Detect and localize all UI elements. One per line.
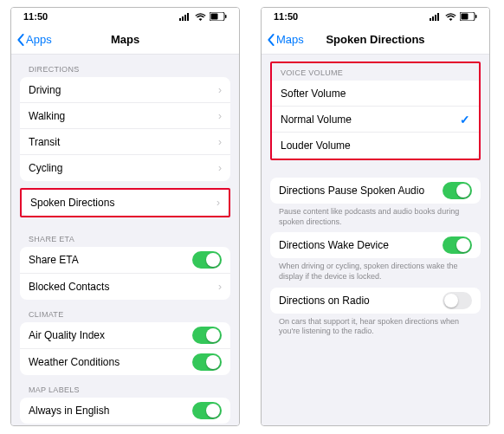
row-driving[interactable]: Driving› [20,77,230,103]
row-label: Transit [29,136,218,148]
row-pause-audio[interactable]: Directions Pause Spoken Audio [270,178,481,204]
row-weather[interactable]: Weather Conditions [20,349,230,375]
svg-rect-1 [182,16,184,21]
signal-icon [179,13,191,21]
section-header-map-labels: MAP LABELS [11,375,239,398]
toggle-weather[interactable] [192,353,222,371]
svg-rect-5 [211,14,218,20]
wifi-icon [445,13,456,21]
chevron-right-icon: › [218,281,222,293]
row-walking[interactable]: Walking› [20,103,230,129]
checkmark-icon: ✓ [460,113,470,126]
page-title: Maps [111,33,139,46]
settings-scroll[interactable]: DIRECTIONS Driving› Walking› Transit› Cy… [11,55,239,425]
svg-rect-12 [462,14,468,20]
row-normal-volume[interactable]: Normal Volume✓ [272,107,479,133]
group-share-eta: Share ETA Blocked Contacts› [20,247,230,300]
chevron-right-icon: › [216,197,220,209]
svg-rect-2 [184,15,186,21]
wifi-icon [195,13,206,21]
svg-rect-3 [187,13,189,21]
row-wake-device[interactable]: Directions Wake Device [270,232,481,258]
row-label: Share ETA [29,254,192,266]
row-label: Louder Volume [281,139,470,152]
row-label: Directions Wake Device [279,239,443,251]
row-always-english[interactable]: Always in English [20,398,230,424]
row-label: Air Quality Index [29,329,192,341]
chevron-right-icon: › [218,84,222,96]
group-radio: Directions on Radio [270,288,481,314]
row-label: Blocked Contacts [29,281,218,293]
toggle-share-eta[interactable] [192,251,222,269]
status-bar: 11:50 [262,8,489,25]
row-cycling[interactable]: Cycling› [20,155,230,181]
status-right [430,12,477,21]
row-share-eta[interactable]: Share ETA [20,247,230,274]
status-time: 11:50 [274,11,298,22]
settings-scroll[interactable]: VOICE VOLUME Softer Volume Normal Volume… [262,55,489,425]
toggle-pause-audio[interactable] [443,182,472,199]
toggle-directions-radio[interactable] [443,292,472,309]
chevron-left-icon [267,34,275,46]
row-label: Walking [29,110,218,122]
group-map-labels: Always in English [20,398,230,424]
highlight-voice-volume: VOICE VOLUME Softer Volume Normal Volume… [270,62,481,160]
footer-pause-audio: Pause content like podcasts and audio bo… [262,204,489,232]
nav-bar: Apps Maps [11,25,239,55]
svg-rect-7 [430,18,431,21]
toggle-wake-device[interactable] [443,236,472,254]
row-label: Driving [29,84,218,96]
chevron-right-icon: › [218,136,222,148]
row-louder-volume[interactable]: Louder Volume [272,133,479,159]
svg-rect-0 [179,18,181,21]
row-label: Directions on Radio [279,295,443,307]
row-label: Cycling [29,162,218,174]
row-label: Directions Pause Spoken Audio [279,185,443,197]
group-pause-audio: Directions Pause Spoken Audio [270,178,481,204]
toggle-always-english[interactable] [192,402,222,419]
section-header-voice-volume: VOICE VOLUME [272,63,479,81]
phone-maps-settings: 11:50 Apps Maps DIRECTIONS Driving› Walk… [10,7,240,426]
back-button[interactable]: Maps [267,33,304,46]
section-header-directions: DIRECTIONS [11,55,239,77]
row-label: Normal Volume [281,113,460,126]
row-label: Softer Volume [281,87,470,100]
phone-spoken-directions: 11:50 Maps Spoken Directions VOICE VOLUM… [261,7,490,426]
svg-rect-9 [435,15,436,21]
group-wake-device: Directions Wake Device [270,232,481,258]
row-transit[interactable]: Transit› [20,129,230,155]
svg-rect-13 [475,15,477,18]
row-label: Always in English [29,405,192,417]
group-voice-volume: Softer Volume Normal Volume✓ Louder Volu… [272,81,479,159]
row-label: Spoken Directions [30,197,216,209]
toggle-aqi[interactable] [192,327,222,344]
row-directions-radio[interactable]: Directions on Radio [270,288,481,314]
battery-icon [460,12,477,21]
group-directions: Driving› Walking› Transit› Cycling› [20,77,230,181]
status-right [179,12,227,21]
chevron-right-icon: › [218,162,222,174]
group-spoken: Spoken Directions› [22,190,229,216]
section-header-share-eta: SHARE ETA [11,224,239,247]
svg-rect-6 [225,15,227,18]
page-title: Spoken Directions [326,33,424,46]
svg-rect-10 [437,13,439,21]
status-time: 11:50 [23,11,48,22]
row-spoken-directions[interactable]: Spoken Directions› [22,190,229,216]
highlight-spoken-directions: Spoken Directions› [20,188,230,217]
status-bar: 11:50 [11,8,239,25]
row-aqi[interactable]: Air Quality Index [20,322,230,349]
row-softer-volume[interactable]: Softer Volume [272,81,479,107]
group-climate: Air Quality Index Weather Conditions [20,322,230,375]
chevron-right-icon: › [218,110,222,122]
footer-wake-device: When driving or cycling, spoken directio… [262,258,489,287]
chevron-left-icon [16,34,25,46]
row-label: Weather Conditions [29,356,192,368]
section-header-climate: CLIMATE [11,300,239,322]
battery-icon [210,12,227,21]
back-button[interactable]: Apps [16,33,52,46]
svg-rect-8 [432,16,434,21]
row-blocked-contacts[interactable]: Blocked Contacts› [20,274,230,300]
footer-directions-radio: On cars that support it, hear spoken dir… [262,314,489,342]
back-label: Apps [26,33,52,46]
